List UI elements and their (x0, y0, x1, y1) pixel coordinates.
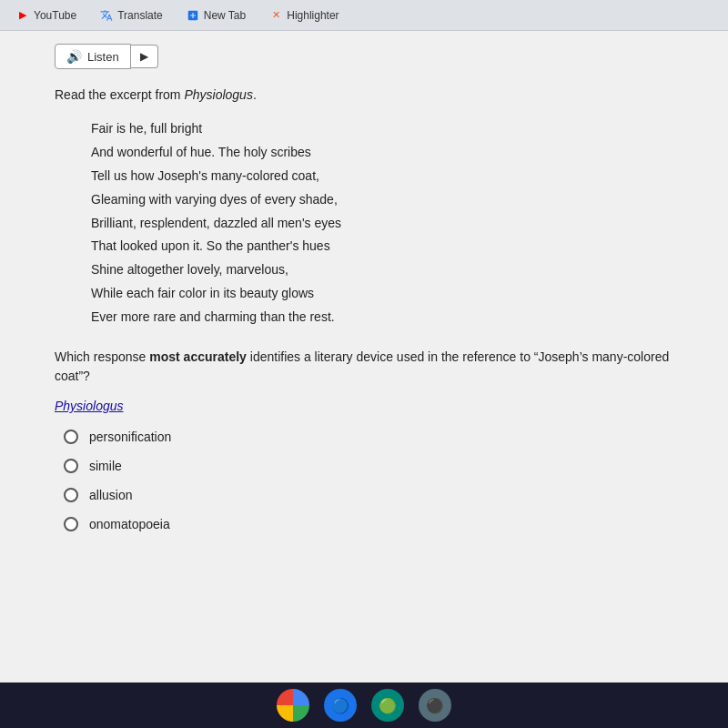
radio-simile[interactable] (64, 459, 78, 473)
listen-bar: 🔊 Listen ▶ (55, 44, 673, 69)
listen-label: Listen (87, 50, 119, 64)
tab-highlighter-label: Highlighter (287, 9, 339, 22)
poem-line-8: While each fair color in its beauty glow… (91, 282, 673, 306)
play-button[interactable]: ▶ (131, 45, 158, 68)
poem-line-7: Shine altogether lovely, marvelous, (91, 258, 673, 282)
listen-button[interactable]: 🔊 Listen (55, 44, 131, 69)
translate-icon (100, 9, 113, 22)
tab-highlighter[interactable]: ✕ Highlighter (260, 3, 348, 28)
highlighter-icon: ✕ (269, 9, 282, 22)
youtube-icon: ▶ (16, 9, 29, 22)
browser-tab-bar: ▶ YouTube Translate New Tab ✕ Highlighte… (0, 0, 728, 31)
poem-line-3: Tell us how Joseph's many-colored coat, (91, 165, 673, 188)
option-onomatopoeia-label: onomatopoeia (89, 517, 170, 531)
intro-text: Read the excerpt from Physiologus. (55, 86, 673, 105)
taskbar: 🔵 🟢 ⚫ (0, 682, 728, 728)
taskbar-icon-1[interactable] (277, 689, 309, 722)
poem-line-2: And wonderful of hue. The holy scribes (91, 141, 673, 165)
answer-options: personification simile allusion onomatop… (64, 430, 673, 531)
tab-translate[interactable]: Translate (91, 3, 172, 28)
newtab-icon (187, 9, 199, 22)
taskbar-icon-2[interactable]: 🔵 (324, 689, 357, 722)
option-onomatopoeia[interactable]: onomatopoeia (64, 517, 673, 531)
source-link[interactable]: Physiologus (55, 399, 124, 413)
radio-personification[interactable] (64, 430, 78, 444)
option-allusion-label: allusion (89, 488, 132, 502)
poem-line-1: Fair is he, full bright (91, 117, 673, 141)
poem-line-4: Gleaming with varying dyes of every shad… (91, 188, 673, 212)
option-allusion[interactable]: allusion (64, 488, 673, 502)
option-personification[interactable]: personification (64, 430, 673, 444)
tab-youtube[interactable]: ▶ YouTube (7, 3, 86, 28)
poem-block: Fair is he, full bright And wonderful of… (91, 117, 673, 329)
intro-title: Physiologus (184, 87, 253, 102)
option-simile-label: simile (89, 459, 122, 473)
tab-translate-label: Translate (117, 9, 163, 22)
poem-line-6: That looked upon it. So the panther's hu… (91, 235, 673, 258)
tab-newtab[interactable]: New Tab (177, 3, 255, 28)
tab-youtube-label: YouTube (34, 9, 76, 22)
radio-onomatopoeia[interactable] (64, 517, 78, 531)
taskbar-icon-4[interactable]: ⚫ (419, 689, 451, 722)
poem-line-5: Brilliant, resplendent, dazzled all men'… (91, 212, 673, 236)
question-text: Which response most accurately identifie… (55, 348, 673, 386)
radio-allusion[interactable] (64, 488, 78, 502)
play-icon: ▶ (140, 50, 148, 63)
speaker-icon: 🔊 (66, 49, 82, 64)
poem-line-9: Ever more rare and charming than the res… (91, 306, 673, 329)
taskbar-icon-3[interactable]: 🟢 (371, 689, 404, 722)
option-simile[interactable]: simile (64, 459, 673, 473)
page-content: 🔊 Listen ▶ Read the excerpt from Physiol… (0, 31, 728, 682)
option-personification-label: personification (89, 430, 171, 444)
tab-newtab-label: New Tab (204, 9, 246, 22)
